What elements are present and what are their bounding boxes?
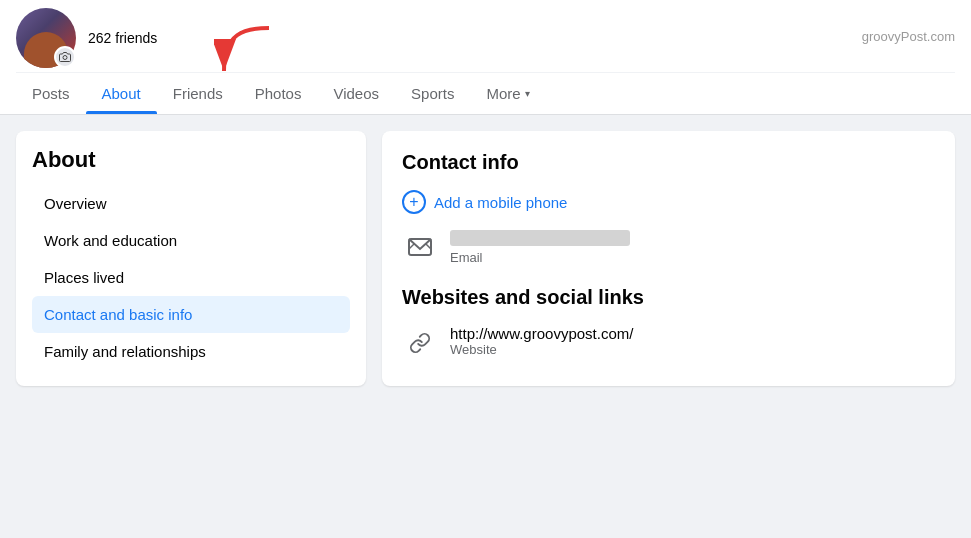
sidebar-item-work-education[interactable]: Work and education bbox=[32, 222, 350, 259]
nav-tabs: Posts About Friends Photos Videos Sports… bbox=[16, 72, 955, 114]
email-content: Email bbox=[450, 230, 935, 265]
tab-more[interactable]: More ▾ bbox=[470, 73, 545, 114]
tab-about[interactable]: About bbox=[86, 73, 157, 114]
email-row: Email bbox=[402, 230, 935, 266]
sidebar-item-family[interactable]: Family and relationships bbox=[32, 333, 350, 370]
profile-header: 262 friends groovyPost.com bbox=[16, 0, 955, 72]
add-phone-button[interactable]: + Add a mobile phone bbox=[402, 190, 935, 214]
email-label: Email bbox=[450, 250, 935, 265]
tab-friends[interactable]: Friends bbox=[157, 73, 239, 114]
plus-icon: + bbox=[402, 190, 426, 214]
sidebar-title: About bbox=[32, 147, 350, 173]
watermark: groovyPost.com bbox=[862, 29, 955, 44]
main-content: About Overview Work and education Places… bbox=[0, 115, 971, 402]
sidebar-item-contact-info[interactable]: Contact and basic info bbox=[32, 296, 350, 333]
svg-point-0 bbox=[63, 56, 67, 60]
website-content: http://www.groovypost.com/ Website bbox=[450, 325, 935, 357]
website-type: Website bbox=[450, 342, 935, 357]
websites-section: Websites and social links http://www.gro… bbox=[402, 286, 935, 361]
contact-info-title: Contact info bbox=[402, 151, 935, 174]
website-row: http://www.groovypost.com/ Website bbox=[402, 325, 935, 361]
tab-sports[interactable]: Sports bbox=[395, 73, 470, 114]
tab-videos[interactable]: Videos bbox=[317, 73, 395, 114]
sidebar: About Overview Work and education Places… bbox=[16, 131, 366, 386]
sidebar-item-places-lived[interactable]: Places lived bbox=[32, 259, 350, 296]
contact-info-section: Contact info + Add a mobile phone Email bbox=[402, 151, 935, 266]
sidebar-item-overview[interactable]: Overview bbox=[32, 185, 350, 222]
websites-title: Websites and social links bbox=[402, 286, 935, 309]
link-icon bbox=[402, 325, 438, 361]
friends-count: 262 friends bbox=[88, 30, 157, 46]
email-blurred-value bbox=[450, 230, 630, 246]
chevron-down-icon: ▾ bbox=[525, 88, 530, 99]
camera-icon[interactable] bbox=[54, 46, 76, 68]
avatar bbox=[16, 8, 76, 68]
email-icon bbox=[402, 230, 438, 266]
tab-photos[interactable]: Photos bbox=[239, 73, 318, 114]
tab-posts[interactable]: Posts bbox=[16, 73, 86, 114]
website-url[interactable]: http://www.groovypost.com/ bbox=[450, 325, 935, 342]
right-panel: Contact info + Add a mobile phone Email bbox=[382, 131, 955, 386]
